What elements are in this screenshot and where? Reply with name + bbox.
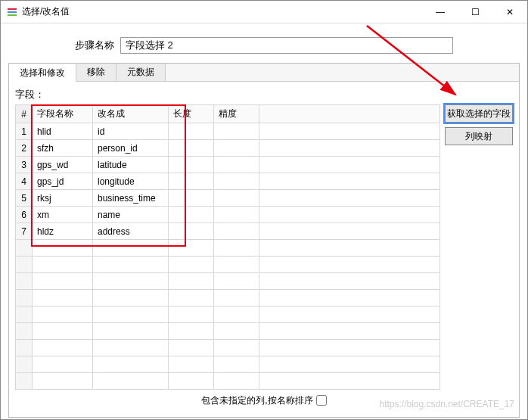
tabs-container: 选择和修改 移除 元数据 字段： # 字段名称 改名成	[8, 63, 520, 418]
cell-name[interactable]: xm	[33, 207, 93, 223]
cell-precision[interactable]	[214, 140, 259, 157]
close-icon: ✕	[506, 7, 514, 17]
row-num: 3	[16, 157, 33, 173]
svg-rect-1	[8, 11, 17, 13]
cell-rename[interactable]: latitude	[93, 157, 169, 173]
include-unspecified-checkbox[interactable]	[316, 395, 327, 406]
table-row[interactable]: 5rksjbusiness_time	[16, 190, 440, 207]
row-num: 2	[16, 140, 33, 157]
col-header-rename[interactable]: 改名成	[93, 105, 169, 123]
table-row-empty[interactable]	[16, 273, 440, 290]
table-row-empty[interactable]	[16, 373, 440, 390]
table-row[interactable]: 3gps_wdlatitude	[16, 157, 440, 173]
include-unspecified-row: 包含未指定的列,按名称排序	[15, 390, 513, 411]
table-row[interactable]: 4gps_jdlongitude	[16, 173, 440, 190]
cell-precision[interactable]	[214, 173, 259, 190]
table-row[interactable]: 6xmname	[16, 207, 440, 223]
cell-precision[interactable]	[214, 123, 259, 140]
row-num: 4	[16, 173, 33, 190]
col-header-name[interactable]: 字段名称	[33, 105, 93, 123]
row-num: 5	[16, 190, 33, 207]
maximize-icon: ☐	[471, 7, 480, 17]
table-row[interactable]: 7hldzaddress	[16, 223, 440, 240]
row-num: 6	[16, 207, 33, 223]
col-header-num[interactable]: #	[16, 105, 33, 123]
fields-label: 字段：	[15, 88, 513, 101]
fields-table[interactable]: # 字段名称 改名成 长度 精度 1hlidid2sfzhperson_id3g…	[15, 104, 440, 390]
cell-name[interactable]: rksj	[33, 190, 93, 207]
cell-name[interactable]: sfzh	[33, 140, 93, 157]
table-row-empty[interactable]	[16, 340, 440, 356]
cell-precision[interactable]	[214, 157, 259, 173]
window-controls: — ☐ ✕	[423, 1, 527, 23]
window-title: 选择/改名值	[22, 5, 423, 18]
col-header-length[interactable]: 长度	[169, 105, 214, 123]
col-header-precision[interactable]: 精度	[214, 105, 259, 123]
maximize-button[interactable]: ☐	[458, 1, 492, 23]
minimize-button[interactable]: —	[423, 1, 458, 23]
cell-name[interactable]: gps_wd	[33, 157, 93, 173]
cell-rename[interactable]: name	[93, 207, 169, 223]
cell-precision[interactable]	[214, 190, 259, 207]
side-buttons: 获取选择的字段 列映射	[445, 104, 513, 390]
table-row[interactable]: 2sfzhperson_id	[16, 140, 440, 157]
table-row-empty[interactable]	[16, 306, 440, 323]
cell-rename[interactable]: longitude	[93, 173, 169, 190]
cell-rename[interactable]: person_id	[93, 140, 169, 157]
cell-precision[interactable]	[214, 207, 259, 223]
tab-remove[interactable]: 移除	[76, 64, 116, 81]
grid-wrap: # 字段名称 改名成 长度 精度 1hlidid2sfzhperson_id3g…	[15, 104, 440, 390]
table-row-empty[interactable]	[16, 257, 440, 273]
get-fields-button[interactable]: 获取选择的字段	[445, 104, 513, 123]
cell-name[interactable]: gps_jd	[33, 173, 93, 190]
step-name-label: 步骤名称	[75, 39, 114, 52]
row-num: 7	[16, 223, 33, 240]
tab-metadata[interactable]: 元数据	[116, 64, 166, 81]
table-row-empty[interactable]	[16, 240, 440, 257]
cell-blank[interactable]	[259, 207, 440, 223]
row-num: 1	[16, 123, 33, 140]
tab-row: 选择和修改 移除 元数据	[9, 64, 519, 82]
svg-rect-2	[8, 14, 17, 16]
cell-length[interactable]	[169, 190, 214, 207]
cell-length[interactable]	[169, 140, 214, 157]
close-button[interactable]: ✕	[492, 1, 527, 23]
table-row-empty[interactable]	[16, 356, 440, 373]
cell-blank[interactable]	[259, 173, 440, 190]
cell-blank[interactable]	[259, 140, 440, 157]
cell-length[interactable]	[169, 223, 214, 240]
dialog-window: 选择/改名值 — ☐ ✕ 步骤名称 选择和修改 移除 元数据 字段：	[0, 0, 528, 420]
table-row[interactable]: 1hlidid	[16, 123, 440, 140]
cell-blank[interactable]	[259, 223, 440, 240]
step-name-input[interactable]	[120, 37, 453, 54]
cell-name[interactable]: hldz	[33, 223, 93, 240]
cell-blank[interactable]	[259, 157, 440, 173]
app-icon	[7, 7, 17, 17]
cell-precision[interactable]	[214, 223, 259, 240]
minimize-icon: —	[436, 7, 445, 17]
cell-length[interactable]	[169, 173, 214, 190]
cell-length[interactable]	[169, 207, 214, 223]
step-name-row: 步骤名称	[8, 37, 520, 54]
cell-name[interactable]: hlid	[33, 123, 93, 140]
content-area: 步骤名称 选择和修改 移除 元数据 字段： #	[1, 23, 527, 420]
cell-length[interactable]	[169, 123, 214, 140]
tab-select-modify[interactable]: 选择和修改	[9, 64, 76, 82]
cell-blank[interactable]	[259, 190, 440, 207]
tab-body: 字段： # 字段名称 改名成 长度 精度	[9, 82, 519, 417]
col-header-blank	[259, 105, 440, 123]
cell-length[interactable]	[169, 157, 214, 173]
table-row-empty[interactable]	[16, 323, 440, 340]
svg-rect-0	[8, 8, 17, 10]
column-mapping-button[interactable]: 列映射	[445, 127, 513, 145]
cell-rename[interactable]: business_time	[93, 190, 169, 207]
include-unspecified-label: 包含未指定的列,按名称排序	[201, 394, 312, 407]
cell-rename[interactable]: address	[93, 223, 169, 240]
table-header-row: # 字段名称 改名成 长度 精度	[16, 105, 440, 123]
titlebar[interactable]: 选择/改名值 — ☐ ✕	[1, 1, 527, 23]
fields-area: # 字段名称 改名成 长度 精度 1hlidid2sfzhperson_id3g…	[15, 104, 513, 390]
table-row-empty[interactable]	[16, 290, 440, 306]
cell-blank[interactable]	[259, 123, 440, 140]
cell-rename[interactable]: id	[93, 123, 169, 140]
